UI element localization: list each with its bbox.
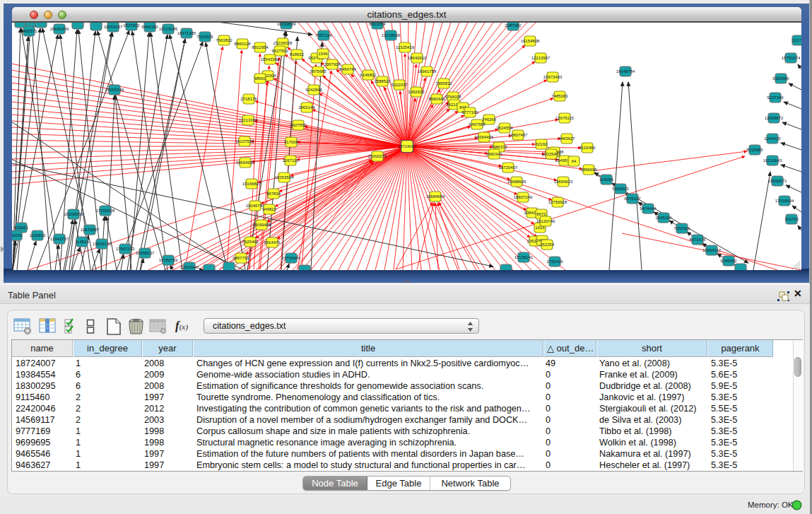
svg-text:15353594: 15353594: [275, 175, 294, 180]
svg-text:16782759: 16782759: [159, 258, 178, 262]
svg-text:7632621: 7632621: [673, 226, 690, 230]
svg-text:9427552: 9427552: [290, 123, 307, 127]
svg-text:1244415: 1244415: [764, 136, 781, 141]
svg-text:8813054: 8813054: [369, 23, 386, 26]
svg-text:164095: 164095: [599, 177, 614, 182]
svg-text:9857791: 9857791: [233, 256, 249, 260]
svg-text:1527602: 1527602: [123, 23, 140, 28]
svg-text:6899695: 6899695: [580, 168, 597, 172]
svg-text:18640910: 18640910: [408, 56, 427, 60]
svg-text:9245652: 9245652: [720, 259, 737, 263]
svg-text:9146821: 9146821: [360, 73, 377, 77]
svg-text:7625402: 7625402: [242, 240, 259, 244]
svg-text:11325419: 11325419: [396, 45, 415, 49]
svg-text:9474444: 9474444: [640, 206, 657, 211]
svg-text:12942757: 12942757: [50, 237, 69, 241]
svg-text:8454749: 8454749: [339, 67, 356, 71]
svg-text:1156819: 1156819: [30, 233, 47, 238]
svg-text:1588520: 1588520: [374, 79, 391, 83]
svg-text:16210643: 16210643: [763, 158, 782, 163]
svg-text:12923446: 12923446: [180, 265, 199, 269]
svg-text:949822: 949822: [262, 207, 277, 211]
svg-text:64: 64: [572, 159, 577, 163]
svg-text:17016504: 17016504: [775, 199, 794, 203]
svg-text:7955812: 7955812: [435, 81, 452, 86]
svg-text:10973493: 10973493: [543, 75, 563, 79]
svg-text:15720407: 15720407: [499, 165, 518, 170]
svg-text:7986372: 7986372: [490, 145, 507, 149]
svg-text:6466160: 6466160: [141, 25, 158, 29]
svg-text:10653267: 10653267: [104, 25, 123, 29]
svg-text:8471676: 8471676: [689, 238, 706, 242]
svg-text:6879197: 6879197: [624, 197, 641, 201]
svg-text:10654112: 10654112: [702, 248, 722, 252]
svg-text:7357224: 7357224: [315, 33, 332, 37]
svg-text:23226058: 23226058: [273, 41, 293, 45]
svg-text:114519: 114519: [75, 240, 89, 244]
svg-text:9115460: 9115460: [579, 146, 596, 150]
svg-text:10958107: 10958107: [136, 251, 155, 255]
svg-text:12975115: 12975115: [555, 116, 575, 120]
svg-text:8215955: 8215955: [746, 148, 763, 152]
svg-text:17957223: 17957223: [116, 247, 135, 251]
svg-text:252254: 252254: [540, 243, 555, 247]
svg-text:14099489: 14099489: [252, 223, 271, 227]
svg-text:8672: 8672: [536, 212, 546, 216]
svg-text:635061: 635061: [14, 226, 29, 230]
svg-text:10025463: 10025463: [542, 152, 561, 156]
svg-text:9777169: 9777169: [461, 110, 478, 115]
svg-text:25053346: 25053346: [105, 88, 124, 92]
svg-text:12093872: 12093872: [765, 116, 784, 120]
svg-text:2087682: 2087682: [505, 23, 522, 28]
svg-text:3875685: 3875685: [310, 69, 326, 74]
svg-text:16648784: 16648784: [616, 69, 635, 74]
svg-text:16033809: 16033809: [277, 23, 296, 26]
svg-text:16107552: 16107552: [235, 139, 254, 144]
svg-text:10807487: 10807487: [509, 133, 528, 137]
svg-text:818632: 818632: [290, 52, 305, 57]
svg-text:10975887: 10975887: [81, 228, 100, 232]
svg-text:5322037: 5322037: [391, 83, 408, 87]
svg-text:16671385: 16671385: [177, 31, 196, 35]
svg-text:10688609: 10688609: [507, 180, 526, 184]
svg-text:7663822: 7663822: [216, 38, 233, 42]
svg-text:62160: 62160: [536, 142, 548, 146]
svg-text:10756928: 10756928: [548, 200, 567, 204]
svg-text:1362615: 1362615: [408, 90, 425, 94]
svg-text:9329966: 9329966: [772, 76, 789, 81]
svg-text:16154808: 16154808: [521, 39, 540, 43]
svg-text:15716485: 15716485: [282, 256, 301, 260]
svg-text:9242848: 9242848: [305, 88, 322, 92]
svg-text:8860128: 8860128: [234, 42, 251, 46]
svg-text:39159: 39159: [12, 233, 23, 238]
svg-text:19218506: 19218506: [382, 33, 401, 37]
svg-text:887834: 887834: [266, 192, 281, 196]
svg-text:20691406: 20691406: [50, 27, 69, 31]
svg-text:18724007: 18724007: [398, 144, 417, 148]
svg-text:10719185: 10719185: [159, 27, 178, 31]
svg-text:20206556: 20206556: [64, 212, 83, 216]
svg-text:20364456: 20364456: [475, 135, 494, 139]
svg-text:10543392: 10543392: [261, 57, 280, 62]
svg-text:11172: 11172: [792, 38, 801, 42]
svg-text:19654952: 19654952: [236, 160, 255, 165]
svg-text:116753: 116753: [784, 217, 799, 221]
svg-text:9463627: 9463627: [558, 136, 575, 141]
svg-text:9227349: 9227349: [767, 95, 784, 100]
svg-text:18807249: 18807249: [514, 195, 533, 199]
svg-text:19166827: 19166827: [242, 182, 261, 186]
svg-text:6794028: 6794028: [445, 95, 461, 99]
svg-text:7515526: 7515526: [196, 35, 213, 39]
svg-text:13505135: 13505135: [93, 242, 112, 246]
svg-text:6497568: 6497568: [469, 122, 486, 127]
svg-text:1733426: 1733426: [546, 259, 563, 264]
svg-text:7485063: 7485063: [551, 94, 568, 98]
svg-text:5938923: 5938923: [612, 187, 629, 191]
svg-text:98961: 98961: [254, 76, 266, 81]
svg-text:1546: 1546: [318, 52, 328, 56]
svg-text:12213369: 12213369: [239, 118, 258, 122]
svg-text:17359928: 17359928: [96, 209, 115, 213]
svg-text:8990443: 8990443: [428, 97, 445, 101]
svg-text:3267110: 3267110: [283, 158, 300, 163]
svg-text:15751074: 15751074: [782, 56, 801, 60]
